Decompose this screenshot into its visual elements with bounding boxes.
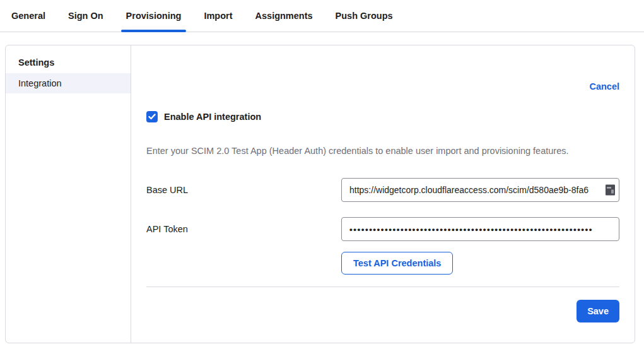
integration-settings-form: Cancel Enable API integration Enter your… — [131, 45, 635, 343]
credentials-description: Enter your SCIM 2.0 Test App (Header Aut… — [146, 146, 619, 156]
base-url-input[interactable] — [341, 178, 619, 202]
sidebar-item-integration[interactable]: Integration — [6, 73, 131, 93]
api-token-input-wrap — [341, 217, 619, 241]
settings-sidebar: Settings Integration — [6, 45, 131, 343]
tab-assignments[interactable]: Assignments — [250, 0, 318, 32]
api-token-input[interactable] — [341, 217, 619, 241]
enable-api-integration-row: Enable API integration — [146, 111, 619, 122]
base-url-label: Base URL — [146, 185, 341, 195]
cancel-row: Cancel — [146, 81, 619, 92]
tab-sign-on[interactable]: Sign On — [63, 0, 108, 32]
api-token-row: API Token — [146, 217, 619, 241]
base-url-input-wrap — [341, 178, 619, 202]
check-icon — [148, 114, 156, 120]
app-tab-bar: General Sign On Provisioning Import Assi… — [0, 0, 644, 32]
tab-provisioning[interactable]: Provisioning — [121, 0, 187, 32]
enable-api-integration-label: Enable API integration — [164, 112, 261, 122]
tab-general[interactable]: General — [6, 0, 50, 32]
enable-api-integration-checkbox[interactable] — [146, 111, 158, 122]
test-api-credentials-button[interactable]: Test API Credentials — [341, 252, 453, 275]
sidebar-header: Settings — [6, 52, 131, 73]
cancel-link[interactable]: Cancel — [589, 81, 619, 92]
save-row: Save — [146, 300, 619, 322]
api-token-label: API Token — [146, 224, 341, 234]
test-credentials-row: Test API Credentials — [341, 252, 619, 275]
footer-divider — [146, 287, 619, 287]
tab-import[interactable]: Import — [199, 0, 237, 32]
content-panel: Settings Integration Cancel Enable API i… — [5, 45, 635, 343]
text-overflow-cursor-icon — [606, 185, 615, 196]
save-button[interactable]: Save — [577, 300, 619, 322]
base-url-row: Base URL — [146, 178, 619, 202]
tab-push-groups[interactable]: Push Groups — [331, 0, 398, 32]
